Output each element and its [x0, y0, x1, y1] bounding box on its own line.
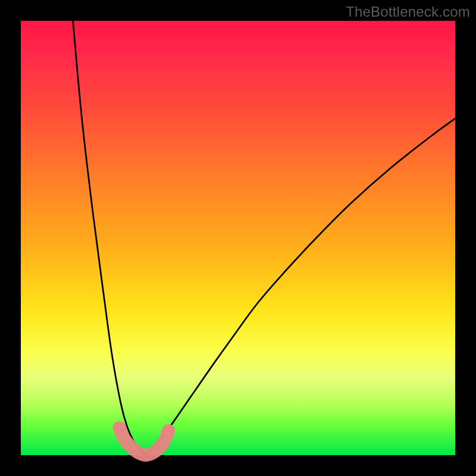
chart-frame: TheBottleneck.com	[0, 0, 476, 476]
plot-area	[21, 21, 455, 455]
watermark-text: TheBottleneck.com	[346, 4, 470, 20]
